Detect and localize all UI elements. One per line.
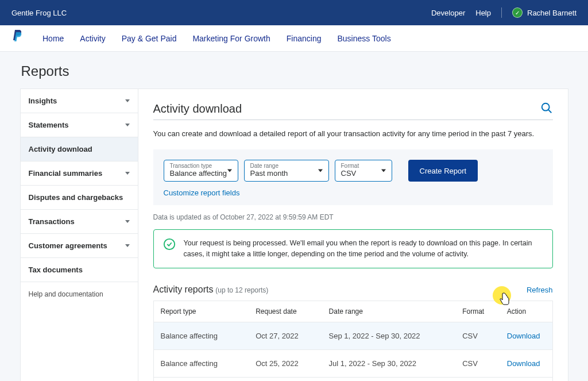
sidebar-item-label: Financial summaries: [29, 169, 103, 178]
chevron-down-icon: [227, 170, 232, 172]
chevron-down-icon: [125, 244, 130, 247]
chevron-down-icon: [125, 124, 130, 126]
header-divider: [501, 7, 502, 18]
user-menu[interactable]: ✓ Rachel Barnett: [512, 7, 577, 18]
user-name: Rachel Barnett: [527, 9, 577, 17]
sidebar-item-label: Help and documentation: [29, 290, 103, 298]
main-nav: Home Activity Pay & Get Paid Marketing F…: [0, 25, 588, 52]
select-label: Transaction type: [170, 163, 232, 169]
sidebar-item-financial-summaries[interactable]: Financial summaries: [21, 161, 138, 186]
nav-financing[interactable]: Financing: [287, 34, 322, 43]
header-right-group: Developer Help ✓ Rachel Barnett: [431, 7, 577, 18]
sidebar-item-transactions[interactable]: Transactions: [21, 210, 138, 234]
chevron-down-icon: [125, 220, 130, 223]
sidebar-help-link[interactable]: Help and documentation: [21, 282, 138, 306]
svg-line-1: [548, 110, 551, 113]
col-report-type: Report type: [153, 301, 249, 322]
content-row: Insights Statements Activity download Fi…: [20, 88, 568, 381]
main-panel: Activity download You can create and dow…: [138, 88, 568, 381]
panel-description: You can create and download a detailed r…: [153, 129, 553, 138]
banner-text: Your request is being processed. We'll e…: [184, 238, 543, 260]
refresh-link[interactable]: Refresh: [527, 286, 553, 294]
sidebar-item-label: Tax documents: [29, 265, 83, 274]
nav-home[interactable]: Home: [42, 34, 64, 43]
chevron-down-icon: [381, 170, 386, 172]
nav-pay-get-paid[interactable]: Pay & Get Paid: [122, 34, 177, 43]
cell-format: CSV: [455, 322, 500, 349]
page-wrapper: Reports Insights Statements Activity dow…: [20, 52, 568, 381]
cell-report-type: Balance affecting: [153, 322, 249, 349]
sidebar-item-customer-agreements[interactable]: Customer agreements: [21, 234, 138, 258]
table-header-row: Report type Request date Date range Form…: [153, 301, 552, 322]
cell-request-date: Oct 25, 2022: [249, 349, 322, 377]
top-header: Gentle Frog LLC Developer Help ✓ Rachel …: [0, 0, 588, 25]
customize-report-fields-link[interactable]: Customize report fields: [164, 188, 543, 197]
cursor-pointer-icon: [497, 292, 511, 307]
sidebar-item-insights[interactable]: Insights: [21, 89, 138, 113]
panel-title: Activity download: [153, 102, 242, 116]
paypal-logo[interactable]: [11, 30, 23, 47]
filter-box: Transaction type Balance affecting Date …: [153, 149, 553, 205]
sidebar-item-tax-documents[interactable]: Tax documents: [21, 258, 138, 282]
col-request-date: Request date: [249, 301, 322, 322]
user-badge-icon: ✓: [512, 7, 523, 18]
sidebar-item-statements[interactable]: Statements: [21, 113, 138, 137]
cell-request-date: Oct 27, 2022: [249, 322, 322, 349]
select-label: Date range: [250, 163, 323, 169]
sidebar-item-disputes[interactable]: Disputes and chargebacks: [21, 186, 138, 210]
format-select[interactable]: Format CSV: [335, 160, 392, 182]
cell-request-date: Oct 25, 2022: [249, 377, 322, 381]
cell-report-type: Balance affecting: [153, 377, 249, 381]
date-range-select[interactable]: Date range Past month: [244, 160, 329, 182]
select-value: Past month: [250, 169, 323, 178]
reports-subtitle: (up to 12 reports): [215, 286, 268, 294]
company-name: Gentle Frog LLC: [11, 9, 67, 17]
transaction-type-select[interactable]: Transaction type Balance affecting: [164, 160, 238, 182]
chevron-down-icon: [318, 170, 323, 172]
svg-point-2: [164, 239, 174, 249]
checkmark-circle-icon: [163, 238, 176, 251]
cell-date-range: Sep 1, 2022 - Sep 30, 2022: [322, 322, 456, 349]
activity-reports-table: Report type Request date Date range Form…: [153, 301, 553, 382]
cell-report-type: Balance affecting: [153, 349, 249, 377]
sidebar-item-label: Disputes and chargebacks: [29, 193, 123, 202]
page-title: Reports: [20, 63, 568, 79]
download-link[interactable]: Download: [507, 332, 540, 340]
help-link[interactable]: Help: [475, 9, 491, 17]
nav-marketing[interactable]: Marketing For Growth: [192, 34, 270, 43]
processing-banner: Your request is being processed. We'll e…: [153, 229, 553, 268]
cell-format: PDF: [455, 377, 500, 381]
select-value: Balance affecting: [170, 169, 232, 178]
table-row: Balance affectingOct 25, 2022Sep 1, 2022…: [153, 377, 552, 381]
search-icon[interactable]: [540, 102, 553, 116]
data-updated-text: Data is updated as of October 27, 2022 a…: [153, 213, 553, 221]
sidebar-item-activity-download[interactable]: Activity download: [21, 137, 138, 161]
sidebar-item-label: Activity download: [29, 145, 92, 153]
reports-title-group: Activity reports (up to 12 reports): [153, 284, 269, 295]
create-report-button[interactable]: Create Report: [408, 160, 478, 182]
sidebar-item-label: Insights: [29, 97, 57, 105]
sidebar-item-label: Customer agreements: [29, 241, 107, 250]
table-row: Balance affectingOct 27, 2022Sep 1, 2022…: [153, 322, 552, 349]
nav-business-tools[interactable]: Business Tools: [338, 34, 391, 43]
cell-date-range: Sep 1, 2022 - Sep 30, 2022: [322, 377, 456, 381]
developer-link[interactable]: Developer: [431, 9, 465, 17]
chevron-down-icon: [125, 172, 130, 175]
panel-divider: [153, 120, 553, 120]
nav-activity[interactable]: Activity: [80, 34, 105, 43]
select-label: Format: [341, 163, 386, 169]
panel-head: Activity download: [153, 102, 553, 116]
filter-row: Transaction type Balance affecting Date …: [164, 160, 543, 182]
sidebar-item-label: Statements: [29, 121, 69, 129]
cell-format: CSV: [455, 349, 500, 377]
sidebar-item-label: Transactions: [29, 217, 75, 226]
cell-date-range: Jul 1, 2022 - Sep 30, 2022: [322, 349, 456, 377]
chevron-down-icon: [125, 99, 130, 102]
col-date-range: Date range: [322, 301, 456, 322]
reports-sidebar: Insights Statements Activity download Fi…: [20, 88, 138, 381]
reports-title: Activity reports: [153, 284, 214, 294]
download-link[interactable]: Download: [507, 359, 540, 368]
col-format: Format: [455, 301, 500, 322]
svg-point-0: [541, 103, 549, 111]
table-row: Balance affectingOct 25, 2022Jul 1, 2022…: [153, 349, 552, 377]
